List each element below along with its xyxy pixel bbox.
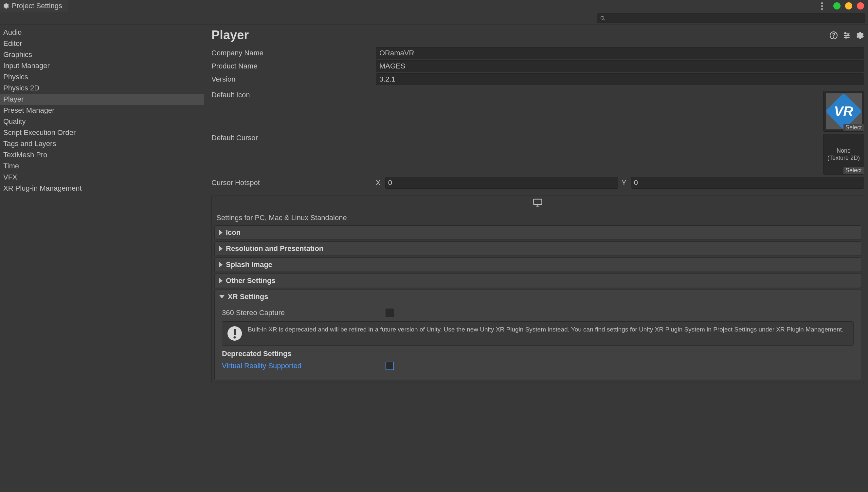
sidebar-item-graphics[interactable]: Graphics	[0, 49, 204, 60]
default-cursor-picker[interactable]: None (Texture 2D) Select	[823, 134, 864, 175]
cursor-hotspot-label: Cursor Hotspot	[211, 178, 376, 187]
sidebar-item-audio[interactable]: Audio	[0, 27, 204, 38]
hotspot-x-label: X	[376, 178, 380, 187]
chevron-down-icon	[219, 295, 225, 298]
svg-point-8	[847, 34, 849, 36]
sliders-icon	[842, 31, 851, 40]
window-controls	[821, 2, 864, 10]
sidebar-item-time[interactable]: Time	[0, 161, 204, 172]
sidebar-item-textmesh-pro[interactable]: TextMesh Pro	[0, 149, 204, 161]
foldout-resolution: Resolution and Presentation	[214, 241, 861, 256]
cursor-none-text: None (Texture 2D)	[827, 147, 860, 162]
product-name-input[interactable]	[376, 60, 864, 72]
monitor-icon[interactable]	[533, 198, 543, 207]
warning-icon	[227, 326, 242, 341]
sidebar-item-script-execution-order[interactable]: Script Execution Order	[0, 127, 204, 138]
chevron-right-icon	[219, 278, 222, 284]
deprecated-settings-title: Deprecated Settings	[222, 349, 853, 358]
window-close[interactable]	[857, 2, 864, 9]
vr-supported-label[interactable]: Virtual Reality Supported	[222, 362, 386, 370]
version-label: Version	[211, 75, 376, 83]
hotspot-x-input[interactable]	[385, 177, 618, 189]
svg-point-9	[845, 37, 847, 38]
company-name-input[interactable]	[376, 47, 864, 59]
foldout-resolution-header[interactable]: Resolution and Presentation	[215, 242, 861, 255]
hotspot-y-label: Y	[622, 178, 627, 187]
foldout-icon-header[interactable]: Icon	[215, 226, 861, 240]
preset-button[interactable]	[842, 31, 851, 40]
gear-icon	[856, 31, 864, 40]
svg-line-1	[604, 19, 605, 20]
foldout-other: Other Settings	[214, 273, 861, 288]
select-cursor-button[interactable]: Select	[843, 167, 864, 174]
foldout-other-header[interactable]: Other Settings	[215, 274, 861, 288]
settings-button[interactable]	[856, 31, 864, 40]
sidebar-item-input-manager[interactable]: Input Manager	[0, 60, 204, 71]
svg-point-0	[601, 16, 604, 19]
gear-icon	[3, 3, 9, 9]
window-maximize[interactable]	[833, 2, 841, 9]
window-minimize[interactable]	[845, 2, 852, 9]
company-name-label: Company Name	[211, 49, 376, 57]
kebab-icon[interactable]	[821, 2, 823, 10]
version-input[interactable]	[376, 73, 864, 85]
stereo-capture-label: 360 Stereo Capture	[222, 309, 386, 317]
window-title: Project Settings	[12, 2, 62, 10]
sidebar-item-vfx[interactable]: VFX	[0, 172, 204, 183]
svg-point-7	[845, 32, 846, 34]
page-title: Player	[211, 28, 249, 42]
svg-point-3	[833, 37, 834, 38]
sidebar-item-player[interactable]: Player	[0, 94, 204, 105]
search-row	[0, 12, 868, 25]
default-cursor-label: Default Cursor	[211, 134, 376, 142]
sidebar-item-xr-plugin-management[interactable]: XR Plug-in Management	[0, 183, 204, 194]
help-button[interactable]	[830, 31, 838, 40]
sidebar-item-preset-manager[interactable]: Preset Manager	[0, 105, 204, 116]
window-tab[interactable]: Project Settings	[0, 0, 68, 12]
chevron-right-icon	[219, 230, 222, 235]
platform-subtitle: Settings for PC, Mac & Linux Standalone	[212, 209, 864, 225]
sidebar-item-physics-2d[interactable]: Physics 2D	[0, 82, 204, 94]
sidebar-item-quality[interactable]: Quality	[0, 116, 204, 127]
chevron-right-icon	[219, 262, 222, 267]
default-icon-label: Default Icon	[211, 91, 376, 99]
hotspot-y-input[interactable]	[631, 177, 864, 189]
content: Player Company Name Pro	[204, 25, 868, 492]
foldout-splash: Splash Image	[214, 257, 861, 272]
default-icon-picker[interactable]: VR Select	[823, 91, 864, 132]
sidebar: Audio Editor Graphics Input Manager Phys…	[0, 25, 204, 492]
sidebar-item-editor[interactable]: Editor	[0, 38, 204, 49]
select-icon-button[interactable]: Select	[843, 124, 864, 131]
foldout-icon: Icon	[214, 225, 861, 240]
sidebar-item-tags-layers[interactable]: Tags and Layers	[0, 138, 204, 149]
foldout-xr: XR Settings 360 Stereo Capture Built-in …	[214, 290, 861, 380]
platform-tabs	[212, 196, 864, 209]
vr-supported-checkbox[interactable]	[386, 362, 394, 370]
svg-point-15	[233, 336, 236, 338]
product-name-label: Product Name	[211, 62, 376, 70]
platform-box: Settings for PC, Mac & Linux Standalone …	[211, 196, 864, 383]
foldout-xr-header[interactable]: XR Settings	[215, 290, 861, 304]
sidebar-item-physics[interactable]: Physics	[0, 71, 204, 82]
stereo-capture-checkbox[interactable]	[386, 309, 394, 317]
xr-deprecated-warning: Built-in XR is deprecated and will be re…	[222, 321, 853, 346]
search-input[interactable]	[597, 14, 865, 23]
foldout-splash-header[interactable]: Splash Image	[215, 258, 861, 272]
search-icon	[600, 16, 606, 21]
help-icon	[830, 31, 838, 40]
chevron-right-icon	[219, 246, 222, 251]
titlebar: Project Settings	[0, 0, 868, 12]
svg-rect-14	[234, 329, 236, 335]
svg-rect-10	[534, 199, 542, 204]
